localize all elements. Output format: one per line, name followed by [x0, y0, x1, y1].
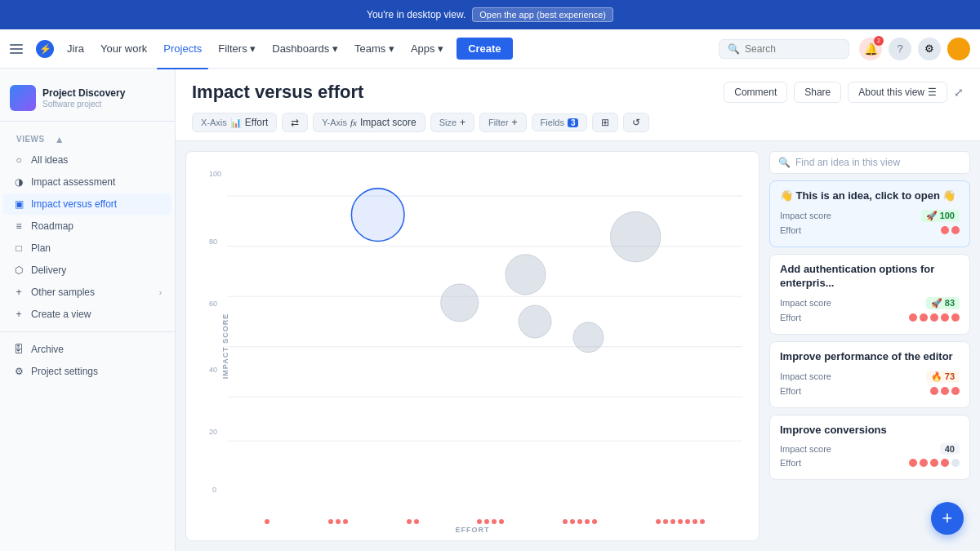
- y-axis-label: Y-Axis: [322, 118, 347, 127]
- chart-panel: IMPACT SCORE EFFORT 100 80 60 40 20 0: [176, 141, 980, 551]
- dot: [499, 519, 504, 524]
- app-logo: ⚡: [36, 40, 54, 58]
- idea-search[interactable]: 🔍 Find an idea in this view: [769, 151, 970, 174]
- settings-button[interactable]: ⚙: [918, 38, 941, 60]
- nav-item-projects[interactable]: Projects: [157, 39, 208, 58]
- x-axis-chip[interactable]: X-Axis 📊 Effort: [192, 113, 277, 132]
- sidebar-item-other-samples[interactable]: + Other samples ›: [3, 282, 172, 303]
- y-tick-80: 80: [209, 238, 217, 246]
- share-button[interactable]: Share: [794, 82, 841, 103]
- dot: [685, 519, 690, 524]
- chart-svg: [227, 152, 742, 491]
- filter-bar: X-Axis 📊 Effort ⇄ Y-Axis fx Impact score…: [192, 113, 964, 140]
- sidebar-item-label: Plan: [31, 242, 51, 254]
- hamburger-menu[interactable]: [10, 39, 29, 59]
- sidebar-item-label: Archive: [31, 344, 64, 355]
- chart-icon: ▣: [13, 198, 24, 210]
- refresh-button[interactable]: ↺: [623, 113, 649, 132]
- sidebar-section-label: VIEWS: [7, 131, 55, 147]
- nav-item-jira[interactable]: Jira: [60, 39, 91, 58]
- idea-card-4[interactable]: Improve conversions Impact score 40 Effo…: [769, 415, 970, 481]
- help-button[interactable]: ?: [889, 38, 911, 60]
- idea-card-4-impact-row: Impact score 40: [780, 443, 960, 455]
- y-axis-value: Impact score: [360, 117, 416, 128]
- create-button[interactable]: Create: [457, 38, 512, 60]
- nav-item-apps[interactable]: Apps ▾: [404, 39, 450, 58]
- sidebar-item-all-ideas[interactable]: ○ All ideas: [3, 149, 172, 171]
- filter-chip[interactable]: Filter +: [479, 113, 526, 132]
- impact-label: Impact score: [780, 211, 831, 220]
- about-view-button[interactable]: About this view ☰: [848, 82, 947, 103]
- idea-card-4-effort-row: Effort: [780, 458, 960, 468]
- refresh-icon: ↺: [632, 117, 640, 128]
- notifications-button[interactable]: 🔔 2: [859, 38, 882, 60]
- dot: [492, 519, 497, 524]
- comment-button[interactable]: Comment: [724, 82, 787, 103]
- svg-point-7: [610, 211, 661, 262]
- dot: [678, 519, 683, 524]
- dot: [656, 519, 661, 524]
- filter-plus-icon: +: [512, 117, 518, 128]
- sidebar-item-project-settings[interactable]: ⚙ Project settings: [3, 361, 172, 382]
- idea-card-3[interactable]: Improve performance of the editor Impact…: [769, 341, 970, 408]
- table-view-button[interactable]: ⊞: [592, 113, 618, 132]
- table-icon: ⊞: [601, 117, 609, 128]
- effort-dots-1: [941, 226, 960, 234]
- idea-card-1[interactable]: 👋 This is an idea, click to open 👋 Impac…: [769, 180, 970, 247]
- search-icon: 🔍: [728, 43, 740, 55]
- swap-button[interactable]: ⇄: [282, 113, 308, 132]
- impact-label: Impact score: [780, 298, 831, 308]
- sidebar-item-roadmap[interactable]: ≡ Roadmap: [3, 216, 172, 237]
- dot: [693, 519, 697, 524]
- svg-point-6: [351, 189, 404, 242]
- project-sub: Software project: [42, 100, 125, 109]
- delivery-icon: ⬡: [13, 264, 24, 276]
- search-input[interactable]: [745, 43, 840, 55]
- nav-item-dashboards[interactable]: Dashboards ▾: [265, 39, 345, 58]
- nav-item-filters[interactable]: Filters ▾: [212, 39, 262, 58]
- effort-dot: [951, 313, 960, 322]
- dot: [328, 519, 333, 524]
- svg-point-9: [441, 284, 479, 322]
- sidebar-item-delivery[interactable]: ⬡ Delivery: [3, 260, 172, 281]
- effort-dot: [909, 459, 917, 467]
- search-bar[interactable]: 🔍: [719, 39, 849, 59]
- list-icon: ☰: [928, 87, 937, 98]
- impact-badge-3: 🔥 73: [926, 371, 960, 383]
- nav-item-teams[interactable]: Teams ▾: [348, 39, 401, 58]
- effort-dot: [941, 387, 949, 395]
- effort-dot: [941, 313, 949, 322]
- user-avatar[interactable]: [947, 38, 970, 60]
- dot: [484, 519, 489, 524]
- effort-dot: [930, 313, 938, 322]
- idea-card-2[interactable]: Add authentication options for enterpris…: [769, 254, 970, 335]
- y-tick-100: 100: [209, 170, 221, 178]
- sidebar-item-impact-assessment[interactable]: ◑ Impact assessment: [3, 171, 172, 193]
- sidebar-item-label: All ideas: [31, 154, 68, 166]
- sidebar-item-archive[interactable]: 🗄 Archive: [3, 339, 172, 360]
- y-axis-chip[interactable]: Y-Axis fx Impact score: [313, 113, 425, 132]
- sidebar-item-label: Roadmap: [31, 220, 74, 232]
- sidebar-toggle[interactable]: ▲: [55, 134, 65, 145]
- dot-group-3: [407, 519, 419, 524]
- fields-chip[interactable]: Fields 3: [532, 113, 588, 131]
- sidebar-item-create-view[interactable]: + Create a view: [3, 304, 172, 325]
- chevron-right-icon: ›: [159, 288, 162, 297]
- dot-group-6: [656, 519, 705, 524]
- sidebar-item-label: Impact versus effort: [31, 198, 117, 210]
- size-chip[interactable]: Size +: [430, 113, 474, 132]
- dot: [700, 519, 705, 524]
- impact-label: Impact score: [780, 444, 831, 454]
- bar-chart-icon: 📊: [230, 118, 242, 128]
- idea-card-1-impact-row: Impact score 🚀 100: [780, 210, 960, 222]
- sidebar-item-plan[interactable]: □ Plan: [3, 238, 172, 259]
- banner-button[interactable]: Open the app (best experience): [472, 7, 613, 22]
- fields-label: Fields: [541, 118, 564, 127]
- sidebar-item-impact-versus-effort[interactable]: ▣ Impact versus effort: [3, 193, 172, 215]
- nav-item-your-work[interactable]: Your work: [94, 39, 154, 58]
- expand-icon[interactable]: ⤢: [954, 86, 964, 99]
- add-idea-fab[interactable]: +: [931, 502, 964, 535]
- sidebar-item-label: Delivery: [31, 264, 66, 276]
- sidebar-item-label: Project settings: [31, 366, 98, 377]
- filter-label: Filter: [488, 118, 508, 127]
